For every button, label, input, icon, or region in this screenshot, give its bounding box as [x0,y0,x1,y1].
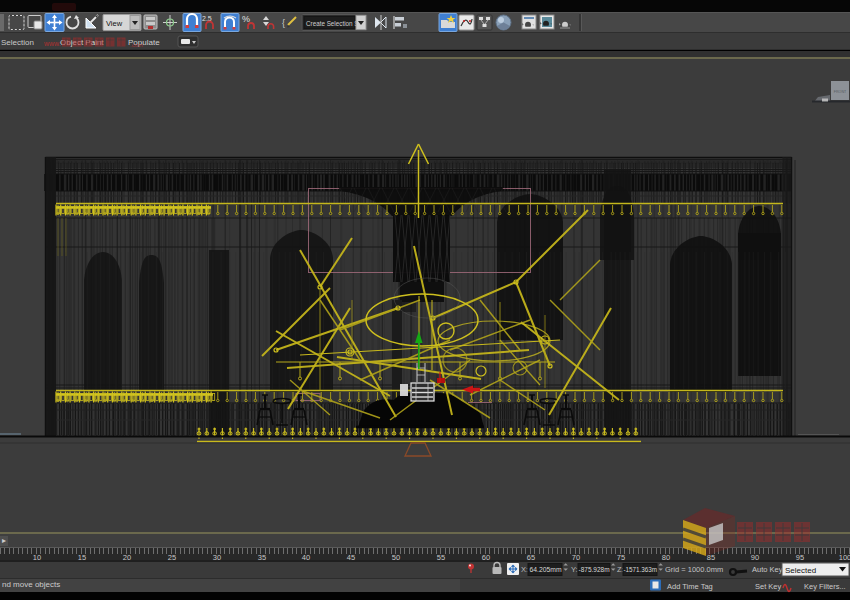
svg-text:Selection: Selection [1,38,34,47]
svg-text:Key Filters...: Key Filters... [804,582,846,591]
svg-text:Auto Key: Auto Key [752,565,783,574]
svg-text:FRONT: FRONT [834,90,847,94]
svg-text:Selected: Selected [785,566,816,575]
svg-text:-875.928m: -875.928m [579,566,610,573]
svg-text:X:: X: [521,565,528,574]
svg-text:Y:: Y: [571,565,578,574]
svg-text:64.205mm: 64.205mm [530,566,562,573]
svg-text:www.: www. [43,40,61,47]
svg-text:-1571.363m: -1571.363m [624,566,658,573]
svg-text:Add Time Tag: Add Time Tag [667,582,713,591]
svg-text:Set Key: Set Key [755,582,782,591]
svg-text:.com: .com [130,42,143,48]
